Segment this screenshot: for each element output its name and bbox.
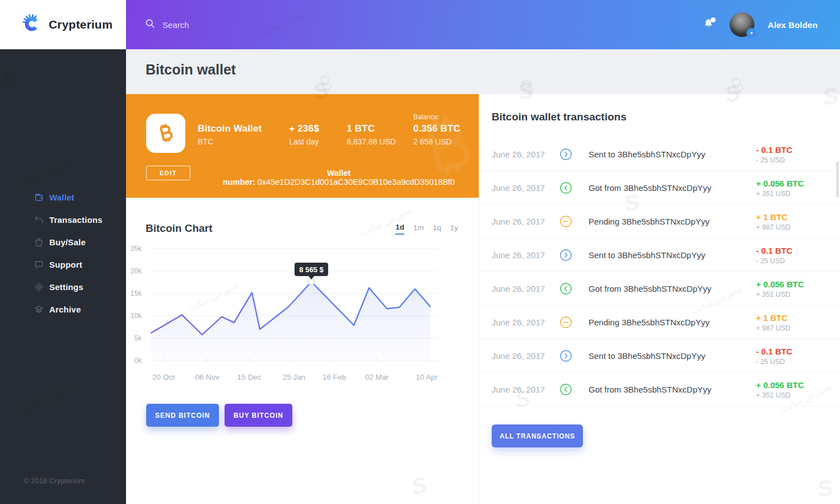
svg-text:15k: 15k <box>130 290 142 297</box>
transaction-amounts: + 0.056 BTC+ 351 USD <box>756 279 834 298</box>
sidebar-item-support[interactable]: Support <box>0 253 126 276</box>
send-bitcoin-button[interactable]: SEND BITCOIN <box>146 404 219 427</box>
transactions-list: June 26, 2017Sent to 3Bhe5sbhSTNxcDpYyy-… <box>479 138 840 407</box>
btc-rate: 1 BTC <box>347 123 396 134</box>
transaction-date: June 26, 2017 <box>492 318 559 327</box>
chart-marker <box>309 279 315 285</box>
wallet-change: + 236$ <box>270 123 338 134</box>
all-transactions-button[interactable]: ALL TRANSACTIONS <box>492 424 583 447</box>
transaction-date: June 26, 2017 <box>492 250 559 260</box>
wallet-number-value: 0x45e1D2D3C1d001aC30E9C0B10e3a9cdD35018B… <box>258 178 455 186</box>
range-tab-1d[interactable]: 1d <box>395 223 404 235</box>
buy-bitcoin-button[interactable]: BUY BITCOIN <box>225 404 292 427</box>
ghost-btc-icon <box>314 72 337 95</box>
transaction-label: Pending 3Bhe5sbhSTNxcDpYyy <box>589 217 756 226</box>
transaction-amount-btc: - 0.1 BTC <box>756 347 834 356</box>
sidebar-item-archive[interactable]: Archive <box>0 298 126 320</box>
wallet-name: Bitcoin Wallet <box>198 123 262 134</box>
search-input[interactable] <box>161 20 287 30</box>
user-avatar[interactable]: ▾ <box>730 12 754 37</box>
sidebar-item-label: Wallet <box>49 193 74 202</box>
transaction-amounts: - 0.1 BTC- 25 USD <box>756 347 834 366</box>
usd-rate: 8,837.88 USD <box>347 137 396 146</box>
transaction-label: Sent to 3Bhe5sbhSTNxcDpYyy <box>589 250 756 260</box>
sidebar-item-settings[interactable]: Settings <box>0 276 126 298</box>
transaction-amount-usd: - 25 USD <box>756 257 834 265</box>
range-tab-1q[interactable]: 1q <box>433 223 441 234</box>
svg-text:0k: 0k <box>134 357 142 365</box>
crypterium-app: ▾ Alex Bolden WalletTransactionsBuy/Sale… <box>0 0 840 504</box>
wallet-icon <box>34 192 44 203</box>
svg-text:16 Feb: 16 Feb <box>323 373 346 381</box>
sidebar-item-wallet[interactable]: Wallet <box>0 186 126 208</box>
sidebar-item-label: Support <box>49 260 82 269</box>
bitcoin-wallet-card: Bitcoin Wallet BTC + 236$ Last day 1 BTC… <box>126 94 479 198</box>
transaction-label: Sent to 3Bhe5sbhSTNxcDpYyy <box>589 351 756 361</box>
transaction-amount-btc: + 1 BTC <box>756 313 834 323</box>
svg-text:20k: 20k <box>130 267 142 275</box>
transaction-amount-usd: + 351 USD <box>756 391 834 399</box>
crypterium-logo-icon <box>20 11 44 38</box>
transaction-amount-btc: - 0.1 BTC <box>756 145 834 155</box>
transaction-amounts: + 0.056 BTC+ 351 USD <box>756 380 834 399</box>
search-bar[interactable] <box>144 18 287 31</box>
transaction-amount-usd: + 987 USD <box>756 223 834 231</box>
minus-circle-icon <box>559 215 589 228</box>
user-name[interactable]: Alex Bolden <box>768 20 818 30</box>
sidebar-item-label: Archive <box>49 305 81 314</box>
transaction-row[interactable]: June 26, 2017Pending 3Bhe5sbhSTNxcDpYyy+… <box>479 205 840 239</box>
transaction-row[interactable]: June 26, 2017Got from 3Bhe5sbhSTNxcDpYyy… <box>479 373 840 407</box>
balance-btc: 0.356 BTC <box>413 123 460 134</box>
balance-label: Balance: <box>413 113 460 121</box>
svg-text:15 Dec: 15 Dec <box>237 373 262 381</box>
transaction-amounts: - 0.1 BTC- 25 USD <box>756 145 834 164</box>
top-bar: ▾ Alex Bolden <box>126 0 840 49</box>
balance-usd: 2 658 USD <box>413 137 460 146</box>
minus-circle-icon <box>559 316 589 329</box>
arrow-left-circle-icon <box>559 181 589 194</box>
transaction-row[interactable]: June 26, 2017Sent to 3Bhe5sbhSTNxcDpYyy-… <box>479 138 840 171</box>
chat-icon <box>34 259 44 270</box>
sidebar-item-buy-sale[interactable]: Buy/Sale <box>0 231 126 253</box>
gear-icon <box>34 282 44 292</box>
range-tab-1m[interactable]: 1m <box>413 223 424 234</box>
range-tab-1y[interactable]: 1y <box>450 223 458 234</box>
transaction-amount-usd: - 25 USD <box>756 358 834 366</box>
edit-button[interactable]: EDIT <box>146 166 190 180</box>
transaction-row[interactable]: June 26, 2017Got from 3Bhe5sbhSTNxcDpYyy… <box>479 171 840 205</box>
transaction-amount-usd: + 351 USD <box>756 291 834 298</box>
transactions-title: Bitcoin wallet transactions <box>492 111 840 123</box>
transaction-row[interactable]: June 26, 2017Got from 3Bhe5sbhSTNxcDpYyy… <box>479 272 840 306</box>
bitcoin-price-chart[interactable]: 25k20k15k10k5k0k20 Oct06 Nov15 Dec25 Jan… <box>126 242 462 385</box>
wallet-number: Wallet number:0x45e1D2D3C1d001aC30E9C0B1… <box>210 169 468 186</box>
svg-text:20 Oct: 20 Oct <box>152 373 175 381</box>
brand-name: Crypterium <box>49 18 113 31</box>
transaction-date: June 26, 2017 <box>492 385 559 394</box>
arrow-left-circle-icon <box>559 383 589 396</box>
transaction-amount-usd: - 25 USD <box>756 156 834 164</box>
notifications-bell-icon[interactable] <box>702 17 716 32</box>
sidebar-item-label: Settings <box>49 282 83 292</box>
brand-logo[interactable]: Crypterium <box>0 0 126 49</box>
transaction-date: June 26, 2017 <box>492 183 559 193</box>
transaction-label: Got from 3Bhe5sbhSTNxcDpYyy <box>589 385 756 394</box>
transaction-amount-btc: + 0.056 BTC <box>756 279 834 289</box>
svg-text:10k: 10k <box>130 312 142 320</box>
scrollbar-thumb[interactable] <box>836 161 839 197</box>
copyright: © 2018 Crypterium <box>24 477 85 485</box>
layers-icon <box>34 304 44 315</box>
chart-tooltip: 8 565 $ <box>295 263 328 279</box>
sidebar-menu: WalletTransactionsBuy/SaleSupportSetting… <box>0 186 126 320</box>
transaction-row[interactable]: June 26, 2017Sent to 3Bhe5sbhSTNxcDpYyy-… <box>479 239 840 272</box>
transaction-amount-btc: + 0.056 BTC <box>756 179 834 188</box>
search-icon <box>144 18 156 31</box>
svg-text:06 Nov: 06 Nov <box>195 373 220 381</box>
sidebar-item-transactions[interactable]: Transactions <box>0 208 126 231</box>
svg-text:02 Mar: 02 Mar <box>365 373 389 381</box>
arrow-right-circle-icon <box>559 148 589 161</box>
transaction-row[interactable]: June 26, 2017Sent to 3Bhe5sbhSTNxcDpYyy-… <box>479 339 840 373</box>
transaction-date: June 26, 2017 <box>492 351 559 361</box>
transaction-amount-usd: + 351 USD <box>756 190 834 198</box>
transaction-row[interactable]: June 26, 2017Pending 3Bhe5sbhSTNxcDpYyy+… <box>479 306 840 339</box>
transaction-label: Got from 3Bhe5sbhSTNxcDpYyy <box>589 284 756 293</box>
